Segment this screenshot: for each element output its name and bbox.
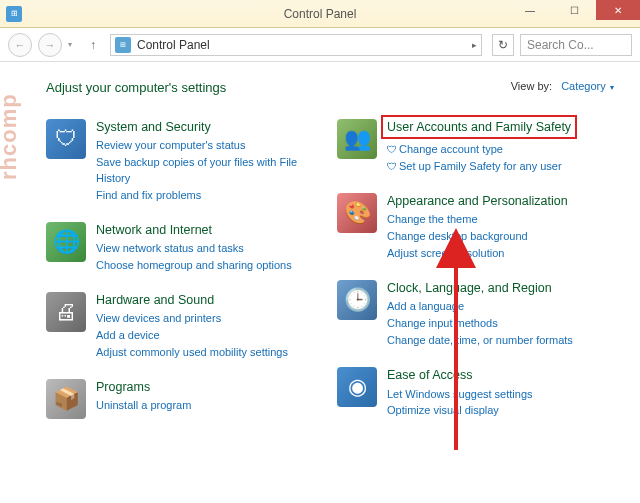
category-title[interactable]: User Accounts and Family Safety bbox=[381, 115, 577, 139]
category-link[interactable]: Optimize visual display bbox=[387, 403, 533, 419]
category-body: User Accounts and Family Safety🛡Change a… bbox=[387, 119, 571, 175]
category-icon: 👥 bbox=[337, 119, 377, 159]
category-link[interactable]: Let Windows suggest settings bbox=[387, 387, 533, 403]
category-title[interactable]: Ease of Access bbox=[387, 367, 533, 383]
control-panel-icon: ⊞ bbox=[115, 37, 131, 53]
category-link[interactable]: Uninstall a program bbox=[96, 398, 191, 414]
category-icon: 🎨 bbox=[337, 193, 377, 233]
category-icon: 🕒 bbox=[337, 280, 377, 320]
shield-icon: 🛡 bbox=[387, 161, 397, 172]
forward-button[interactable]: → bbox=[38, 33, 62, 57]
category-body: Network and InternetView network status … bbox=[96, 222, 292, 274]
app-icon: ⊞ bbox=[6, 6, 22, 22]
category-body: Clock, Language, and RegionAdd a languag… bbox=[387, 280, 573, 349]
category-body: Appearance and PersonalizationChange the… bbox=[387, 193, 568, 262]
category-link[interactable]: Change date, time, or number formats bbox=[387, 333, 573, 349]
category-link[interactable]: Review your computer's status bbox=[96, 138, 325, 154]
category-columns: 🛡System and SecurityReview your computer… bbox=[46, 119, 616, 419]
category-link[interactable]: Change input methods bbox=[387, 316, 573, 332]
viewby-label: View by: bbox=[511, 80, 552, 92]
category-link[interactable]: Change the theme bbox=[387, 212, 568, 228]
search-input[interactable]: Search Co... bbox=[520, 34, 632, 56]
right-column: 👥User Accounts and Family Safety🛡Change … bbox=[337, 119, 616, 419]
category-item: 🎨Appearance and PersonalizationChange th… bbox=[337, 193, 616, 262]
category-item: 👥User Accounts and Family Safety🛡Change … bbox=[337, 119, 616, 175]
window-controls: — ☐ ✕ bbox=[508, 0, 640, 20]
maximize-button[interactable]: ☐ bbox=[552, 0, 596, 20]
toolbar: ← → ▾ ↑ ⊞ Control Panel ▸ ↻ Search Co... bbox=[0, 28, 640, 62]
category-title[interactable]: Hardware and Sound bbox=[96, 292, 288, 308]
category-link[interactable]: View network status and tasks bbox=[96, 241, 292, 257]
category-body: System and SecurityReview your computer'… bbox=[96, 119, 325, 204]
category-item: 🖨Hardware and SoundView devices and prin… bbox=[46, 292, 325, 361]
category-link[interactable]: View devices and printers bbox=[96, 311, 288, 327]
category-item: 🕒Clock, Language, and RegionAdd a langua… bbox=[337, 280, 616, 349]
category-icon: 🛡 bbox=[46, 119, 86, 159]
category-link[interactable]: Add a language bbox=[387, 299, 573, 315]
category-link[interactable]: Save backup copies of your files with Fi… bbox=[96, 155, 325, 187]
chevron-right-icon: ▸ bbox=[472, 40, 477, 50]
category-link[interactable]: Adjust screen resolution bbox=[387, 246, 568, 262]
category-icon: 🌐 bbox=[46, 222, 86, 262]
category-body: ProgramsUninstall a program bbox=[96, 379, 191, 414]
category-link[interactable]: 🛡Change account type bbox=[387, 142, 571, 158]
refresh-button[interactable]: ↻ bbox=[492, 34, 514, 56]
category-title[interactable]: Network and Internet bbox=[96, 222, 292, 238]
category-title[interactable]: Clock, Language, and Region bbox=[387, 280, 573, 296]
category-item: 📦ProgramsUninstall a program bbox=[46, 379, 325, 419]
category-icon: 🖨 bbox=[46, 292, 86, 332]
category-link[interactable]: Add a device bbox=[96, 328, 288, 344]
category-link[interactable]: Adjust commonly used mobility settings bbox=[96, 345, 288, 361]
category-body: Ease of AccessLet Windows suggest settin… bbox=[387, 367, 533, 419]
close-button[interactable]: ✕ bbox=[596, 0, 640, 20]
history-dropdown[interactable]: ▾ bbox=[68, 40, 72, 49]
minimize-button[interactable]: — bbox=[508, 0, 552, 20]
category-title[interactable]: System and Security bbox=[96, 119, 325, 135]
category-link[interactable]: Change desktop background bbox=[387, 229, 568, 245]
shield-icon: 🛡 bbox=[387, 144, 397, 155]
category-title[interactable]: Appearance and Personalization bbox=[387, 193, 568, 209]
category-link[interactable]: Choose homegroup and sharing options bbox=[96, 258, 292, 274]
category-item: 🌐Network and InternetView network status… bbox=[46, 222, 325, 274]
category-icon: ◉ bbox=[337, 367, 377, 407]
address-text: Control Panel bbox=[137, 38, 210, 52]
search-placeholder: Search Co... bbox=[527, 38, 594, 52]
up-button[interactable]: ↑ bbox=[82, 34, 104, 56]
address-bar[interactable]: ⊞ Control Panel ▸ bbox=[110, 34, 482, 56]
left-column: 🛡System and SecurityReview your computer… bbox=[46, 119, 325, 419]
back-button[interactable]: ← bbox=[8, 33, 32, 57]
category-link[interactable]: 🛡Set up Family Safety for any user bbox=[387, 159, 571, 175]
titlebar: ⊞ Control Panel — ☐ ✕ bbox=[0, 0, 640, 28]
watermark: rhcomp bbox=[0, 93, 22, 180]
category-item: 🛡System and SecurityReview your computer… bbox=[46, 119, 325, 204]
window-title: Control Panel bbox=[284, 7, 357, 21]
category-item: ◉Ease of AccessLet Windows suggest setti… bbox=[337, 367, 616, 419]
category-title[interactable]: Programs bbox=[96, 379, 191, 395]
content-area: Adjust your computer's settings View by:… bbox=[0, 62, 640, 503]
category-icon: 📦 bbox=[46, 379, 86, 419]
category-body: Hardware and SoundView devices and print… bbox=[96, 292, 288, 361]
category-link[interactable]: Find and fix problems bbox=[96, 188, 325, 204]
view-by: View by: Category ▾ bbox=[511, 80, 614, 92]
viewby-dropdown[interactable]: Category ▾ bbox=[561, 80, 614, 92]
